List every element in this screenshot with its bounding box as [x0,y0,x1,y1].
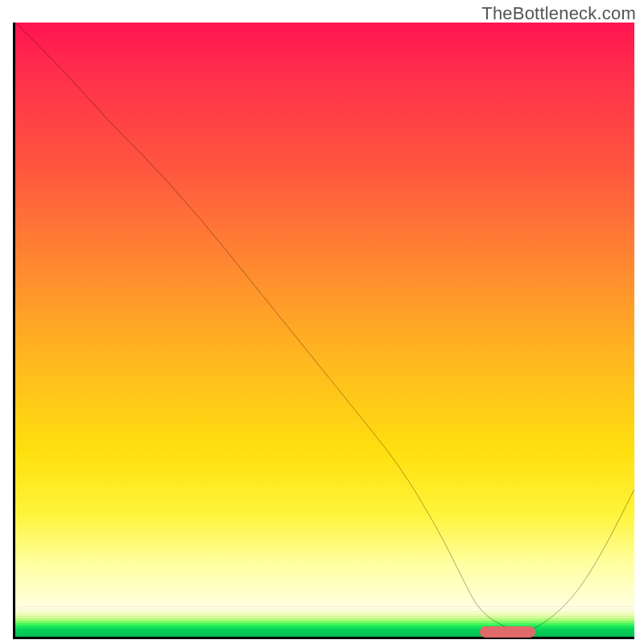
optimal-range-marker [480,626,535,638]
watermark-text: TheBottleneck.com [481,3,636,24]
chart-container: TheBottleneck.com [0,0,644,644]
bottleneck-curve [15,23,634,637]
curve-path [15,23,634,630]
plot-area [13,23,634,639]
